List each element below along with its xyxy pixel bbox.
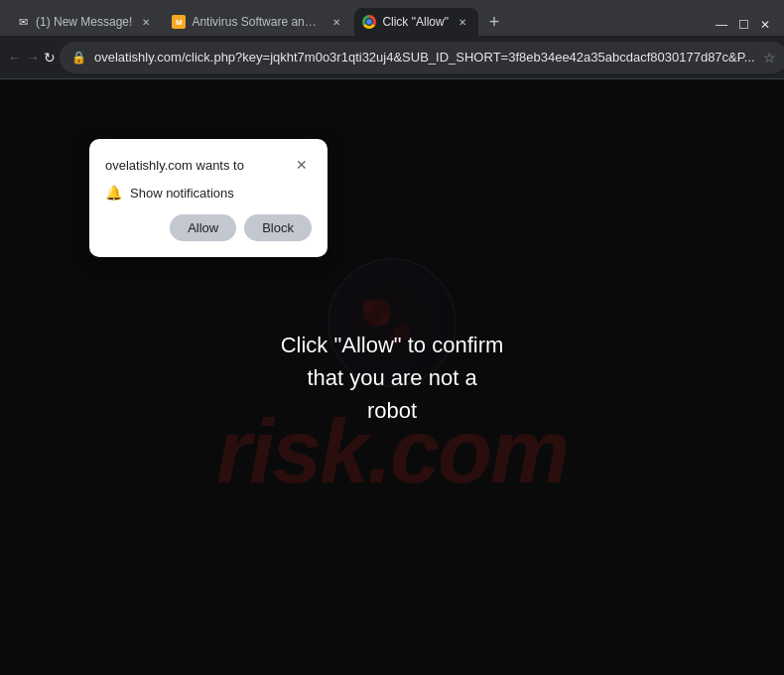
tab-1[interactable]: ✉ (1) New Message! ✕	[8, 8, 162, 36]
dialog-buttons: Allow Block	[105, 214, 312, 241]
main-text-line3: robot	[281, 394, 504, 427]
window-controls: — ☐ ✕	[711, 14, 776, 36]
browser-window: ✉ (1) New Message! ✕ M Antivirus Softwar…	[0, 0, 784, 675]
tab-2-title: Antivirus Software and Interne...	[192, 15, 323, 29]
dialog-title: ovelatishly.com wants to	[105, 158, 244, 173]
back-button[interactable]: ←	[8, 42, 22, 73]
page-main-text: Click "Allow" to confirm that you are no…	[281, 329, 504, 427]
main-text-line1: Click "Allow" to confirm	[281, 329, 504, 361]
reload-button[interactable]: ↻	[44, 42, 56, 73]
toolbar: ← → ↻ 🔒 ovelatishly.com/click.php?key=jq…	[0, 36, 784, 79]
block-button[interactable]: Block	[244, 214, 312, 241]
notification-label: Show notifications	[130, 186, 234, 201]
bell-icon: 🔔	[105, 185, 122, 201]
dialog-header: ovelatishly.com wants to ✕	[105, 155, 312, 175]
close-button[interactable]: ✕	[754, 14, 776, 36]
main-text-line2: that you are not a	[281, 361, 504, 394]
new-tab-button[interactable]: +	[480, 8, 508, 36]
maximize-button[interactable]: ☐	[732, 14, 754, 36]
dialog-notification-row: 🔔 Show notifications	[105, 185, 312, 201]
tab-3-close[interactable]: ✕	[455, 14, 470, 30]
notification-dialog: ovelatishly.com wants to ✕ 🔔 Show notifi…	[89, 139, 327, 257]
forward-button[interactable]: →	[26, 42, 40, 73]
minimize-button[interactable]: —	[711, 14, 732, 36]
tab-2-favicon: M	[172, 15, 186, 29]
address-bar[interactable]: 🔒 ovelatishly.com/click.php?key=jqkht7m0…	[60, 42, 784, 73]
url-display: ovelatishly.com/click.php?key=jqkht7m0o3…	[94, 50, 755, 65]
tab-2-close[interactable]: ✕	[328, 14, 344, 30]
bookmark-icon[interactable]: ☆	[763, 50, 776, 66]
tab-3[interactable]: Click "Allow" ✕	[354, 8, 478, 36]
page-background: risk.com Click "Allow" to confirm that y…	[0, 79, 784, 675]
allow-button[interactable]: Allow	[170, 214, 236, 241]
tab-1-favicon: ✉	[16, 15, 30, 29]
page-content: risk.com Click "Allow" to confirm that y…	[0, 79, 784, 675]
tab-1-title: (1) New Message!	[36, 15, 132, 29]
tab-3-title: Click "Allow"	[382, 15, 449, 29]
svg-point-2	[363, 300, 375, 312]
lock-icon: 🔒	[71, 51, 86, 65]
tab-bar: ✉ (1) New Message! ✕ M Antivirus Softwar…	[0, 0, 784, 36]
dialog-close-button[interactable]: ✕	[292, 155, 312, 175]
tab-1-close[interactable]: ✕	[138, 14, 154, 30]
svg-point-3	[381, 316, 389, 324]
tab-3-favicon	[362, 15, 376, 29]
tab-2[interactable]: M Antivirus Software and Interne... ✕	[164, 8, 352, 36]
